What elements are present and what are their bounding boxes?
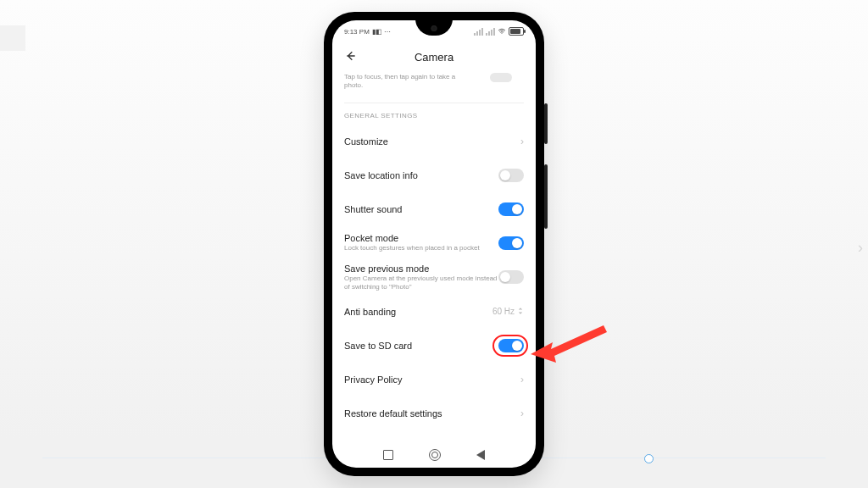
signal-icon (474, 28, 483, 36)
shutter-sound-toggle[interactable] (498, 202, 524, 216)
row-sublabel: Lock touch gestures when placed in a poc… (344, 244, 498, 252)
nav-back-icon[interactable] (476, 450, 485, 460)
status-indicator-icons: ▮◧ ⋯ (372, 28, 391, 36)
row-label: Save to SD card (344, 341, 498, 351)
back-button[interactable] (342, 47, 359, 64)
android-nav-bar (332, 442, 536, 468)
phone-side-button (544, 103, 548, 144)
app-header: Camera (332, 42, 536, 71)
row-customize[interactable]: Customize › (344, 125, 524, 158)
row-label: Shutter sound (344, 204, 498, 214)
save-previous-mode-toggle[interactable] (498, 270, 524, 284)
row-privacy-policy[interactable]: Privacy Policy › (344, 363, 524, 396)
timeline-handle[interactable] (644, 454, 654, 463)
row-label: Save location info (344, 170, 498, 180)
anti-banding-value: 60 Hz (492, 307, 515, 316)
nav-recent-icon[interactable] (383, 450, 393, 460)
save-to-sd-card-toggle[interactable] (498, 339, 524, 352)
row-save-previous-mode[interactable]: Save previous mode Open Camera at the pr… (344, 260, 524, 295)
row-pocket-mode[interactable]: Pocket mode Lock touch gestures when pla… (344, 226, 524, 260)
battery-icon (509, 27, 524, 36)
nav-home-icon[interactable] (429, 449, 441, 461)
row-save-to-sd-card[interactable]: Save to SD card (344, 329, 524, 363)
wifi-icon (498, 27, 506, 36)
updown-icon (517, 307, 524, 317)
carousel-next-icon[interactable]: › (858, 239, 863, 257)
row-label: Anti banding (344, 307, 492, 317)
save-location-toggle[interactable] (498, 169, 524, 182)
phone-side-button (544, 164, 548, 229)
stage: › 9:13 PM ▮◧ ⋯ (0, 0, 868, 488)
pocket-mode-toggle[interactable] (498, 236, 524, 250)
settings-content[interactable]: Tap to focus, then tap again to take a p… (332, 71, 536, 442)
row-label: Restore default settings (344, 408, 515, 419)
row-anti-banding[interactable]: Anti banding 60 Hz (344, 295, 524, 329)
row-shutter-sound[interactable]: Shutter sound (344, 192, 524, 226)
status-time: 9:13 PM (344, 28, 370, 36)
section-header: GENERAL SETTINGS (344, 112, 524, 119)
divider (344, 103, 524, 103)
phone-screen: 9:13 PM ▮◧ ⋯ Camera (332, 20, 536, 468)
chevron-right-icon: › (515, 408, 524, 419)
row-label: Customize (344, 136, 515, 147)
phone-frame: 9:13 PM ▮◧ ⋯ Camera (324, 12, 544, 476)
row-label: Privacy Policy (344, 374, 515, 385)
chevron-right-icon: › (515, 374, 524, 385)
row-label: Save previous mode (344, 263, 498, 274)
decorative-box (0, 25, 25, 51)
signal-icon (486, 28, 495, 36)
row-label: Pocket mode (344, 233, 498, 243)
row-sublabel: Open Camera at the previously used mode … (344, 274, 498, 291)
chevron-right-icon: › (515, 136, 524, 147)
row-restore-defaults[interactable]: Restore default settings › (344, 396, 524, 430)
clipped-toggle[interactable] (490, 73, 512, 82)
row-save-location-info[interactable]: Save location info (344, 158, 524, 192)
page-title: Camera (415, 51, 453, 64)
